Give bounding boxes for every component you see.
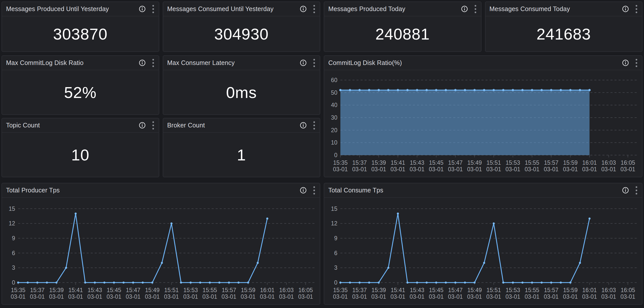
chart-commitlog-disk-ratio[interactable]: 010203040506015:3503-0115:3703-0115:3903…	[324, 70, 642, 177]
svg-text:03-01: 03-01	[621, 166, 635, 173]
svg-text:16:05: 16:05	[621, 159, 635, 166]
panel-title[interactable]: Messages Consumed Today	[490, 5, 622, 13]
panel-actions	[622, 5, 637, 13]
svg-text:15:39: 15:39	[371, 287, 386, 293]
svg-text:6: 6	[12, 250, 15, 256]
kebab-menu-icon[interactable]	[474, 5, 476, 13]
chart-total-producer-tps[interactable]: 0369121515:3503-0115:3703-0115:3903-0115…	[2, 198, 320, 304]
svg-text:0: 0	[12, 279, 15, 286]
panel-total-consume-tps: Total Consume Tps 0369121515:3503-0115:3…	[324, 183, 642, 305]
info-icon[interactable]	[300, 59, 307, 66]
svg-text:03-01: 03-01	[563, 293, 578, 300]
svg-text:03-01: 03-01	[544, 293, 559, 300]
info-icon[interactable]	[622, 6, 629, 12]
svg-text:03-01: 03-01	[279, 293, 294, 300]
info-icon[interactable]	[622, 187, 629, 194]
panel-body: 1	[163, 133, 320, 177]
panel-title[interactable]: Total Producer Tps	[6, 187, 300, 194]
svg-text:10: 10	[331, 139, 337, 146]
panel-title[interactable]: Max Consumer Latency	[167, 59, 300, 66]
svg-text:16:03: 16:03	[279, 287, 294, 293]
svg-text:15:59: 15:59	[563, 159, 578, 166]
panel-header: Total Consume Tps	[324, 183, 642, 198]
panel-body: 241683	[486, 16, 642, 51]
panel-title[interactable]: Messages Produced Today	[328, 5, 461, 13]
info-icon[interactable]	[139, 122, 146, 129]
svg-text:03-01: 03-01	[164, 293, 179, 300]
svg-text:03-01: 03-01	[601, 166, 616, 173]
panel-body: 0369121515:3503-0115:3703-0115:3903-0115…	[324, 198, 642, 304]
svg-text:03-01: 03-01	[371, 293, 386, 300]
panel-title[interactable]: Broker Count	[167, 122, 300, 129]
kebab-menu-icon[interactable]	[152, 5, 154, 13]
svg-text:03-01: 03-01	[87, 293, 102, 300]
svg-text:15:37: 15:37	[352, 287, 367, 293]
info-icon[interactable]	[300, 122, 307, 129]
kebab-menu-icon[interactable]	[152, 59, 154, 67]
info-icon[interactable]	[139, 59, 146, 66]
kebab-menu-icon[interactable]	[635, 59, 637, 67]
svg-text:03-01: 03-01	[410, 166, 425, 173]
info-icon[interactable]	[300, 6, 307, 12]
panel-body: 52%	[2, 70, 159, 114]
svg-text:03-01: 03-01	[352, 293, 367, 300]
panel-header: Messages Consumed Today	[486, 2, 642, 16]
panel-messages-produced-today: Messages Produced Today 240881	[324, 2, 481, 52]
svg-text:03-01: 03-01	[221, 293, 236, 300]
panel-body: 0ms	[163, 70, 320, 114]
svg-text:03-01: 03-01	[126, 293, 141, 300]
svg-text:03-01: 03-01	[241, 293, 255, 300]
panel-broker-count: Broker Count 1	[163, 118, 320, 177]
kebab-menu-icon[interactable]	[313, 5, 315, 13]
svg-text:30: 30	[331, 114, 337, 121]
svg-text:15:37: 15:37	[30, 287, 45, 293]
panel-actions	[622, 59, 637, 67]
svg-text:12: 12	[9, 220, 15, 227]
svg-text:03-01: 03-01	[505, 293, 520, 300]
panel-body: 240881	[324, 16, 481, 51]
svg-text:15:35: 15:35	[333, 287, 348, 293]
svg-text:15:49: 15:49	[145, 287, 160, 293]
panel-max-consumer-latency: Max Consumer Latency 0ms	[163, 55, 320, 115]
svg-text:03-01: 03-01	[544, 166, 559, 173]
svg-text:03-01: 03-01	[145, 293, 160, 300]
svg-text:03-01: 03-01	[11, 293, 26, 300]
panel-title[interactable]: Messages Produced Until Yesterday	[6, 5, 139, 13]
svg-text:15:47: 15:47	[448, 287, 463, 293]
kebab-menu-icon[interactable]	[152, 121, 154, 130]
svg-text:15:39: 15:39	[371, 159, 386, 166]
kebab-menu-icon[interactable]	[313, 121, 315, 130]
svg-text:03-01: 03-01	[410, 293, 425, 300]
svg-text:15:53: 15:53	[506, 287, 520, 293]
panel-title[interactable]: Total Consume Tps	[328, 187, 622, 194]
svg-text:03-01: 03-01	[429, 166, 444, 173]
chart-canvas[interactable]: 0369121515:3503-0115:3703-0115:3903-0115…	[2, 198, 320, 304]
panel-actions	[139, 121, 154, 130]
panel-title[interactable]: Max CommitLog Disk Ratio	[6, 59, 139, 66]
kebab-menu-icon[interactable]	[635, 5, 637, 13]
chart-total-consume-tps[interactable]: 0369121515:3503-0115:3703-0115:3903-0115…	[324, 198, 642, 304]
svg-text:16:01: 16:01	[260, 287, 275, 293]
panel-title[interactable]: CommitLog Disk Ratio(%)	[328, 59, 622, 66]
panel-title[interactable]: Topic Count	[6, 122, 139, 129]
svg-text:15:59: 15:59	[563, 287, 578, 293]
kebab-menu-icon[interactable]	[635, 186, 637, 195]
info-icon[interactable]	[300, 187, 307, 194]
info-icon[interactable]	[622, 59, 629, 66]
kebab-menu-icon[interactable]	[313, 59, 315, 67]
panel-header: Max CommitLog Disk Ratio	[2, 56, 159, 70]
chart-canvas[interactable]: 0369121515:3503-0115:3703-0115:3903-0115…	[324, 198, 642, 304]
svg-text:15:43: 15:43	[410, 159, 424, 166]
svg-text:60: 60	[331, 77, 337, 83]
info-icon[interactable]	[139, 6, 146, 12]
svg-text:15:41: 15:41	[391, 287, 405, 293]
svg-text:03-01: 03-01	[391, 293, 405, 300]
stat-value: 304930	[214, 25, 269, 43]
info-icon[interactable]	[461, 6, 468, 12]
svg-text:16:05: 16:05	[621, 287, 635, 293]
chart-canvas[interactable]: 010203040506015:3503-0115:3703-0115:3903…	[324, 70, 642, 177]
kebab-menu-icon[interactable]	[313, 186, 315, 195]
svg-text:03-01: 03-01	[391, 166, 405, 173]
svg-text:9: 9	[12, 235, 15, 242]
panel-title[interactable]: Messages Consumed Until Yesterday	[167, 5, 300, 13]
